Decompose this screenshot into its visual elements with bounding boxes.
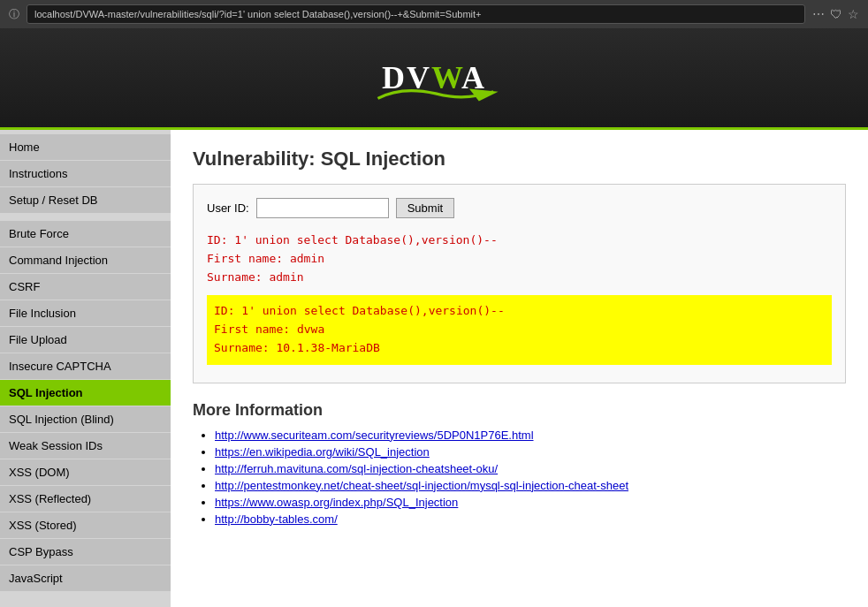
list-item: http://www.securiteam.com/securityreview… — [215, 429, 846, 442]
list-item: https://www.owasp.org/index.php/SQL_Inje… — [215, 496, 846, 509]
sidebar-item-csrf[interactable]: CSRF — [0, 274, 171, 300]
shield-icon: 🛡 — [830, 7, 842, 21]
menu-icon[interactable]: ⋯ — [812, 7, 825, 21]
result-block-1: ID: 1' union select Database(),version()… — [207, 231, 832, 286]
list-item: http://ferruh.mavituna.com/sql-injection… — [215, 462, 846, 475]
form-row: User ID: Submit — [207, 198, 832, 218]
logo-swoosh-svg — [373, 84, 499, 103]
user-id-label: User ID: — [207, 201, 249, 215]
result-2-line-1: ID: 1' union select Database(),version()… — [214, 302, 825, 321]
result-1-line-2: First name: admin — [207, 250, 832, 269]
browser-chrome: ⓘ localhost/DVWA-master/vulnerabilities/… — [0, 0, 868, 28]
link-ferruh[interactable]: http://ferruh.mavituna.com/sql-injection… — [215, 462, 498, 475]
sidebar-item-xss-reflected[interactable]: XSS (Reflected) — [0, 486, 171, 512]
page-title: Vulnerability: SQL Injection — [193, 148, 846, 171]
sidebar-item-csp-bypass[interactable]: CSP Bypass — [0, 539, 171, 565]
main-content: Vulnerability: SQL Injection User ID: Su… — [171, 130, 868, 607]
site-header: DVWA — [0, 28, 868, 130]
star-icon[interactable]: ☆ — [848, 7, 859, 21]
sidebar-item-command-injection[interactable]: Command Injection — [0, 247, 171, 273]
link-securiteam[interactable]: http://www.securiteam.com/securityreview… — [215, 429, 534, 442]
result-1-line-1: ID: 1' union select Database(),version()… — [207, 231, 832, 250]
logo-container: DVWA — [382, 59, 486, 96]
app-container: DVWA Home Instructions Setup / Reset DB … — [0, 28, 868, 607]
more-info-list: http://www.securiteam.com/securityreview… — [193, 429, 846, 526]
link-bobby-tables[interactable]: http://bobby-tables.com/ — [215, 512, 338, 526]
result-1-line-3: Surname: admin — [207, 269, 832, 287]
result-2-line-3: Surname: 10.1.38-MariaDB — [214, 339, 825, 358]
sidebar-item-file-inclusion[interactable]: File Inclusion — [0, 300, 171, 326]
link-wikipedia[interactable]: https://en.wikipedia.org/wiki/SQL_inject… — [215, 445, 430, 459]
sidebar-item-sql-injection[interactable]: SQL Injection — [0, 380, 171, 406]
sidebar-item-setup-reset[interactable]: Setup / Reset DB — [0, 187, 171, 213]
sidebar-item-sql-injection-blind[interactable]: SQL Injection (Blind) — [0, 406, 171, 432]
list-item: http://pentestmonkey.net/cheat-sheet/sql… — [215, 479, 846, 492]
sidebar-item-instructions[interactable]: Instructions — [0, 161, 171, 186]
user-id-input[interactable] — [256, 198, 389, 218]
sidebar-item-weak-session-ids[interactable]: Weak Session IDs — [0, 433, 171, 459]
link-owasp[interactable]: https://www.owasp.org/index.php/SQL_Inje… — [215, 496, 458, 509]
result-block-2: ID: 1' union select Database(),version()… — [207, 295, 832, 364]
url-display: localhost/DVWA-master/vulnerabilities/sq… — [34, 9, 481, 19]
list-item: http://bobby-tables.com/ — [215, 512, 846, 526]
logo: DVWA — [382, 59, 486, 96]
sidebar-item-insecure-captcha[interactable]: Insecure CAPTCHA — [0, 353, 171, 379]
sidebar-item-xss-dom[interactable]: XSS (DOM) — [0, 459, 171, 485]
result-2-line-2: First name: dvwa — [214, 321, 825, 339]
browser-actions: ⋯ 🛡 ☆ — [812, 7, 859, 21]
submit-button[interactable]: Submit — [396, 198, 454, 218]
address-bar[interactable]: localhost/DVWA-master/vulnerabilities/sq… — [27, 4, 805, 24]
sidebar-item-file-upload[interactable]: File Upload — [0, 327, 171, 353]
sidebar-item-javascript[interactable]: JavaScript — [0, 565, 171, 591]
list-item: https://en.wikipedia.org/wiki/SQL_inject… — [215, 445, 846, 459]
sidebar-divider-2 — [0, 600, 171, 607]
sidebar-item-home[interactable]: Home — [0, 134, 171, 160]
sidebar-item-brute-force[interactable]: Brute Force — [0, 221, 171, 247]
more-info-title: More Information — [193, 401, 846, 420]
content-area: Home Instructions Setup / Reset DB Brute… — [0, 130, 868, 607]
sidebar: Home Instructions Setup / Reset DB Brute… — [0, 130, 171, 607]
sidebar-item-xss-stored[interactable]: XSS (Stored) — [0, 512, 171, 538]
form-box: User ID: Submit ID: 1' union select Data… — [193, 184, 846, 383]
info-icon: ⓘ — [9, 7, 19, 22]
link-pentestmonkey[interactable]: http://pentestmonkey.net/cheat-sheet/sql… — [215, 479, 628, 492]
sidebar-divider-1 — [0, 214, 171, 221]
